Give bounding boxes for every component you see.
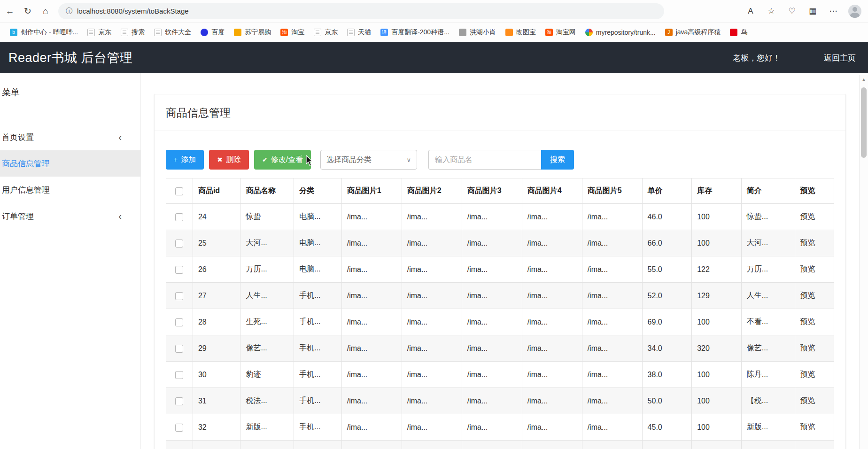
bookmark-item[interactable]: 搜索 [116,26,149,39]
table-cell: /ima... [341,256,402,283]
row-checkbox[interactable] [175,213,183,221]
row-checkbox[interactable] [175,424,183,432]
table-cell: 万历... [741,256,795,283]
scrollbar-thumb[interactable] [861,87,867,158]
bookmark-item[interactable]: 天猫 [343,26,375,39]
row-checkbox[interactable] [175,318,183,326]
column-header: 预览 [795,178,834,204]
preview-link[interactable]: 预览 [800,212,815,220]
preview-link[interactable]: 预览 [800,239,815,247]
column-header: 分类 [294,178,342,204]
sidebar-item-label: 商品信息管理 [2,158,50,169]
collections-icon[interactable]: ▦ [807,6,818,16]
bookmark-favicon [314,29,321,36]
browser-essentials-icon[interactable]: ♡ [786,6,798,16]
row-checkbox[interactable] [175,345,183,353]
preview-link[interactable]: 预览 [800,370,815,378]
address-bar[interactable]: ⓘ localhost:8080/system/toBackStage [58,3,664,19]
app-title: Reader书城 后台管理 [8,49,133,66]
sidebar-item-link[interactable]: 订单管理‹ [0,203,140,229]
site-info-icon[interactable]: ⓘ [66,7,72,15]
bookmark-item[interactable]: 洪湖小肖 [455,26,500,39]
bookmark-item[interactable]: 淘淘宝 [276,26,309,39]
table-cell: 生死... [240,309,294,335]
preview-link[interactable]: 预览 [800,317,815,325]
bookmark-item[interactable]: Jjava高级程序猿 [661,26,725,39]
back-icon[interactable]: ← [2,3,18,19]
table-cell: /ima... [402,283,462,309]
plus-icon: + [174,156,178,163]
preview-link[interactable]: 预览 [800,344,815,352]
read-aloud-icon[interactable]: A [745,7,756,16]
table-cell: /ima... [402,441,462,449]
table-cell: 33 [193,441,240,449]
search-button[interactable]: 搜索 [541,150,574,170]
home-icon[interactable]: ⌂ [38,3,54,19]
refresh-icon[interactable]: ↻ [20,3,36,19]
table-cell: /ima... [462,204,522,230]
bookmark-favicon [730,29,737,36]
page-title: 商品信息管理 [155,94,845,131]
bookmark-item[interactable]: myrepository/trunk... [581,26,660,39]
product-name-input[interactable] [428,150,541,170]
page-scrollbar[interactable]: ▲ [859,75,868,449]
modify-view-button[interactable]: ✔ 修改/查看 [254,150,311,170]
bookmark-item[interactable]: 百度 [196,26,229,39]
table-cell: /ima... [522,335,582,362]
bookmark-item[interactable]: b创作中心 - 哔哩哔... [6,26,82,39]
table-cell: 50.0 [642,388,692,414]
modify-button-label: 修改/查看 [271,155,303,165]
table-cell: /ima... [341,283,402,309]
more-icon[interactable]: ⋯ [828,6,839,16]
row-checkbox[interactable] [175,371,183,379]
bookmark-item[interactable]: 淘淘宝网 [541,26,580,39]
browser-toolbar: ← ↻ ⌂ ⓘ localhost:8080/system/toBackStag… [0,0,868,23]
table-cell: /ima... [341,362,402,388]
preview-link[interactable]: 预览 [800,423,815,431]
table-cell: /ima... [462,362,522,388]
row-checkbox[interactable] [175,397,183,405]
column-header: 商品图片4 [522,178,582,204]
bookmark-favicon: 淘 [545,29,553,36]
menu-label: 菜单 [0,73,140,105]
row-checkbox[interactable] [175,266,183,274]
table-cell: 大河... [741,230,795,256]
table-cell: /ima... [341,204,402,230]
bookmark-item[interactable]: 京东 [310,26,342,39]
bookmark-label: 淘宝 [291,28,304,37]
bookmark-label: 鸟 [741,28,747,37]
table-cell: 惊蛰... [741,204,795,230]
preview-link[interactable]: 预览 [800,291,815,299]
bookmark-item[interactable]: 苏宁易购 [230,26,275,39]
bookmark-item[interactable]: 译百度翻译-200种语... [376,26,454,39]
preview-link[interactable]: 预览 [800,265,815,273]
table-toolbar: + 添加 ✖ 删除 ✔ 修改/查看 选择商品分类 ∨ [166,150,834,170]
bookmark-item[interactable]: 鸟 [726,26,752,39]
category-select[interactable]: 选择商品分类 ∨ [320,150,417,170]
table-cell: /ima... [582,283,642,309]
bookmark-favicon: J [665,29,673,36]
table-cell: 新版... [240,414,294,441]
table-cell: /ima... [522,414,582,441]
bookmark-item[interactable]: 改图宝 [501,26,540,39]
sidebar-item-link[interactable]: 用户信息管理 [0,177,140,203]
row-checkbox[interactable] [175,240,183,248]
delete-button[interactable]: ✖ 删除 [209,150,249,170]
sidebar-item-link[interactable]: 首页设置‹ [0,124,140,150]
sidebar-item-active[interactable]: 商品信息管理 [0,150,140,177]
table-cell: 25 [193,230,240,256]
table-cell: /ima... [522,441,582,449]
bookmark-item[interactable]: 京东 [83,26,116,39]
bookmark-item[interactable]: 软件大全 [150,26,195,39]
table-cell: /ima... [341,388,402,414]
row-checkbox[interactable] [175,292,183,300]
column-header: 商品图片5 [582,178,642,204]
scroll-up-icon[interactable]: ▲ [860,75,868,84]
profile-avatar[interactable] [848,5,861,18]
add-favorite-icon[interactable]: ☆ [766,6,777,16]
select-all-checkbox[interactable] [175,187,183,195]
preview-link[interactable]: 预览 [800,396,815,404]
table-header-row: 商品id商品名称分类商品图片1商品图片2商品图片3商品图片4商品图片5单价库存简… [166,178,834,204]
add-button[interactable]: + 添加 [166,150,204,170]
back-to-home-link[interactable]: 返回主页 [824,53,856,63]
